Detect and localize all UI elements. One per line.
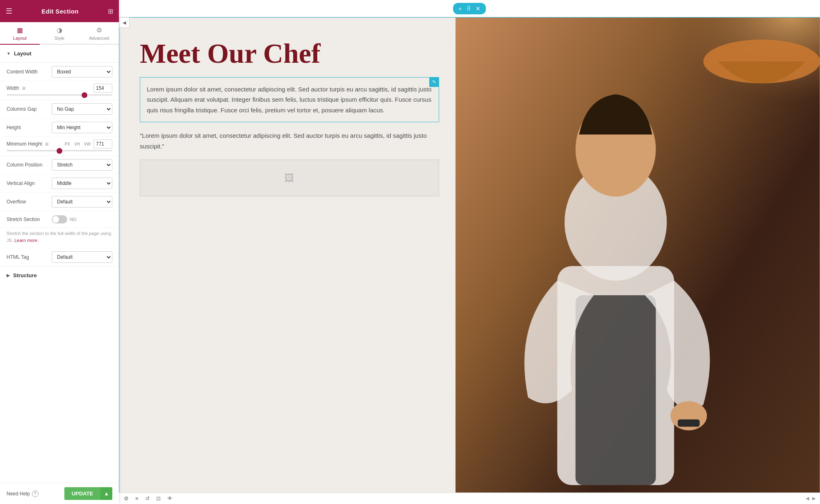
update-btn-group: UPDATE ▲ (64, 487, 112, 500)
min-height-label: Minimum Height 🖥 (7, 141, 49, 147)
width-slider-row: Width 🖥 (0, 81, 119, 100)
html-tag-label: HTML Tag (7, 254, 52, 260)
px-unit-btn[interactable]: PX (64, 141, 71, 147)
svg-rect-9 (678, 420, 699, 427)
tab-style[interactable]: ◑ Style (40, 22, 80, 45)
canvas-area: ◀ Meet Our Chef ✎ Lorem ipsum dolor sit … (119, 17, 820, 493)
tab-advanced-label: Advanced (89, 36, 109, 41)
vw-unit-btn[interactable]: VW (83, 141, 92, 147)
image-placeholder[interactable]: 🖼 (140, 160, 439, 196)
height-row: Height Default Min Height Fit To Screen (0, 119, 119, 137)
structure-label: Structure (13, 272, 37, 278)
stretch-toggle[interactable] (52, 215, 67, 223)
update-button[interactable]: UPDATE (64, 487, 100, 500)
help-icon: ? (32, 490, 39, 497)
toggle-thumb (52, 216, 59, 223)
stretch-toggle-wrapper: NO (52, 215, 112, 223)
column-position-select[interactable]: Stretch Top Middle Bottom (52, 159, 112, 171)
bottom-nav: ⚙ ≡ ↺ ⊡ 👁 ◀ ▶ (119, 493, 820, 504)
content-width-label: Content Width (7, 69, 52, 75)
min-height-monitor-icon: 🖥 (44, 141, 49, 146)
toolbar-move-button[interactable]: ⠿ (465, 5, 473, 13)
structure-section-header[interactable]: ▶ Structure (0, 267, 119, 284)
tab-layout[interactable]: ▦ Layout (0, 22, 40, 45)
column-position-label: Column Position (7, 162, 52, 168)
bottom-responsive-button[interactable]: ⊡ (155, 495, 162, 502)
chef-photo (456, 18, 820, 493)
vertical-align-label: Vertical Align (7, 180, 52, 186)
layout-tab-icon: ▦ (17, 26, 23, 34)
grid-icon[interactable]: ⊞ (108, 7, 113, 15)
need-help-link[interactable]: Need Help ? (7, 490, 39, 497)
overflow-select[interactable]: Default Hidden (52, 196, 112, 208)
layout-section-label: Layout (14, 50, 32, 57)
lorem-text-block[interactable]: ✎ Lorem ipsum dolor sit amet, consectetu… (140, 77, 439, 123)
responsive-arrows: ◀ ▶ (804, 495, 817, 502)
advanced-tab-icon: ⚙ (96, 26, 102, 34)
vertical-align-row: Vertical Align Default Top Middle Bottom (0, 174, 119, 193)
section-inner: Meet Our Chef ✎ Lorem ipsum dolor sit am… (119, 18, 820, 493)
left-panel: ☰ Edit Section ⊞ ▦ Layout ◑ Style ⚙ Adva… (0, 0, 119, 504)
panel-footer: Need Help ? UPDATE ▲ (0, 483, 119, 504)
overflow-row: Overflow Default Hidden (0, 193, 119, 211)
layout-chevron-icon: ▼ (7, 51, 11, 56)
panel-body: ▼ Layout Content Width Boxed Full Width … (0, 45, 119, 504)
image-placeholder-icon: 🖼 (285, 172, 294, 184)
svg-rect-7 (576, 295, 656, 485)
columns-gap-label: Columns Gap (7, 106, 52, 112)
arrow-left-button[interactable]: ◀ (804, 495, 810, 502)
content-width-control: Boxed Full Width (52, 66, 112, 78)
toggle-off-label: NO (70, 217, 77, 222)
stretch-section-row: Stretch Section NO (0, 211, 119, 228)
panel-title: Edit Section (41, 8, 78, 15)
learn-more-link[interactable]: Learn more. (14, 238, 39, 243)
toolbar-actions: + ⠿ ✕ (453, 3, 486, 14)
overflow-label: Overflow (7, 199, 52, 205)
section-container: Meet Our Chef ✎ Lorem ipsum dolor sit am… (119, 17, 820, 493)
need-help-label: Need Help (7, 491, 30, 497)
width-slider[interactable] (7, 94, 112, 96)
main-content: + ⠿ ✕ ◀ Meet Our Chef ✎ Lorem ipsum dolo… (119, 0, 820, 504)
quote-text: "Lorem ipsum dolor sit amet, consectetur… (140, 130, 439, 151)
min-height-number-input[interactable] (93, 139, 112, 148)
tab-advanced[interactable]: ⚙ Advanced (79, 22, 119, 45)
bottom-layers-button[interactable]: ≡ (134, 495, 140, 502)
style-tab-icon: ◑ (57, 26, 62, 34)
panel-tabs: ▦ Layout ◑ Style ⚙ Advanced (0, 22, 119, 45)
tab-layout-label: Layout (13, 36, 27, 41)
html-tag-select[interactable]: Default header footer main article secti… (52, 251, 112, 263)
height-select[interactable]: Default Min Height Fit To Screen (52, 122, 112, 133)
collapse-indicator[interactable]: ◀ (119, 17, 130, 28)
vertical-align-select[interactable]: Default Top Middle Bottom (52, 178, 112, 189)
bottom-settings-button[interactable]: ⚙ (122, 495, 130, 502)
min-height-slider[interactable] (7, 150, 112, 151)
width-monitor-icon: 🖥 (21, 86, 26, 91)
hamburger-menu-icon[interactable]: ☰ (6, 7, 12, 16)
min-height-slider-row: Minimum Height 🖥 PX VH VW (0, 137, 119, 156)
columns-gap-select[interactable]: No Gap Narrow Default Extended Wide (52, 103, 112, 115)
vh-unit-btn[interactable]: VH (73, 141, 81, 147)
tab-style-label: Style (55, 36, 64, 41)
height-label: Height (7, 125, 52, 130)
content-width-select[interactable]: Boxed Full Width (52, 66, 112, 78)
layout-section-header[interactable]: ▼ Layout (0, 45, 119, 63)
bottom-history-button[interactable]: ↺ (144, 495, 151, 502)
columns-gap-row: Columns Gap No Gap Narrow Default Extend… (0, 100, 119, 119)
edit-pencil-button[interactable]: ✎ (429, 77, 439, 87)
chef-title: Meet Our Chef (140, 38, 439, 69)
update-arrow-button[interactable]: ▲ (100, 487, 112, 500)
toolbar-add-button[interactable]: + (456, 5, 464, 13)
text-column: Meet Our Chef ✎ Lorem ipsum dolor sit am… (119, 18, 456, 493)
stretch-helper-text: Stretch the section to the full width of… (0, 228, 119, 248)
html-tag-row: HTML Tag Default header footer main arti… (0, 248, 119, 267)
toolbar-close-button[interactable]: ✕ (474, 5, 483, 13)
width-number-input[interactable] (93, 84, 112, 93)
lorem-body-text: Lorem ipsum dolor sit amet, consectetur … (147, 84, 432, 116)
arrow-right-button[interactable]: ▶ (811, 495, 817, 502)
top-toolbar: + ⠿ ✕ (119, 0, 820, 17)
chef-photo-column (456, 18, 820, 493)
structure-chevron-icon: ▶ (7, 273, 10, 278)
panel-header: ☰ Edit Section ⊞ (0, 0, 119, 22)
bottom-eye-button[interactable]: 👁 (166, 495, 174, 502)
content-width-row: Content Width Boxed Full Width (0, 63, 119, 81)
